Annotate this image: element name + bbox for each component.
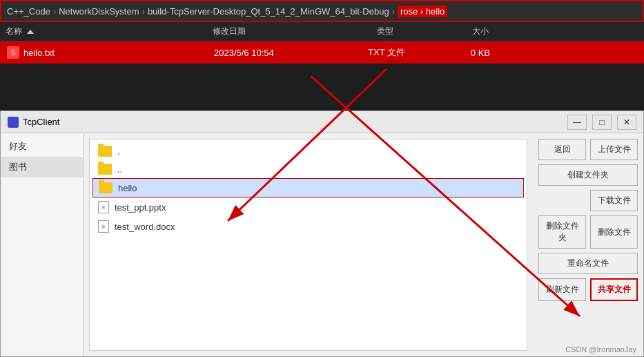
back-button[interactable]: 返回 bbox=[538, 139, 586, 160]
breadcrumb-path3: build-TcpServer-Desktop_Qt_5_14_2_MinGW_… bbox=[148, 6, 389, 17]
col-header-type: 类型 bbox=[337, 26, 433, 37]
folder-dot-icon bbox=[98, 146, 112, 157]
file-type-cell: TXT 文件 bbox=[338, 46, 435, 59]
file-word-icon: ≡ bbox=[98, 220, 109, 233]
browser-item-word-label: test_word.docx bbox=[115, 222, 175, 232]
tcp-client-window: TcpClient — □ ✕ 好友 图书 . .. bbox=[0, 110, 644, 357]
browser-item-ppt-label: test_ppt.pptx bbox=[115, 202, 166, 213]
browser-item-dot[interactable]: . bbox=[92, 142, 524, 160]
tcp-sidebar: 好友 图书 bbox=[1, 133, 84, 356]
file-list-header: 名称 修改日期 类型 大小 bbox=[0, 22, 644, 41]
breadcrumb-path: C++_Code bbox=[7, 6, 50, 17]
file-type-icon: S bbox=[7, 46, 19, 59]
file-row[interactable]: S hello.txt 2023/5/6 10:54 TXT 文件 0 KB bbox=[0, 41, 644, 64]
close-button[interactable]: ✕ bbox=[617, 115, 636, 130]
refresh-button[interactable]: 刷新文件 bbox=[538, 278, 586, 301]
file-name-cell: S hello.txt bbox=[7, 46, 214, 59]
col-header-name: 名称 bbox=[6, 26, 213, 37]
sep1: › bbox=[53, 6, 56, 17]
rename-button[interactable]: 重命名文件 bbox=[538, 253, 638, 274]
browser-item-ppt[interactable]: ≡ test_ppt.pptx bbox=[92, 197, 524, 217]
sep2: › bbox=[142, 6, 145, 17]
maximize-button[interactable]: □ bbox=[592, 115, 612, 130]
breadcrumb: C++_Code › NetworkDiskSystem › build-Tcp… bbox=[0, 0, 644, 22]
folder-hello-icon bbox=[99, 182, 113, 193]
breadcrumb-highlight: rose › hello bbox=[398, 6, 447, 17]
titlebar-controls: — □ ✕ bbox=[567, 115, 636, 130]
delete-folder-button[interactable]: 删除文件夹 bbox=[538, 215, 586, 249]
file-browser[interactable]: . .. hello ≡ test_ppt.pptx ≡ test_word.d… bbox=[89, 139, 527, 351]
share-button[interactable]: 共享文件 bbox=[590, 278, 638, 301]
button-panel: 返回 上传文件 创建文件夹 下载文件 删除文件夹 删除文件 重命名文件 刷新文件… bbox=[533, 133, 643, 356]
sidebar-item-friends[interactable]: 好友 bbox=[1, 136, 83, 157]
create-folder-button[interactable]: 创建文件夹 bbox=[538, 164, 638, 186]
browser-item-dotdot-label: .. bbox=[117, 164, 122, 175]
delete-file-button[interactable]: 删除文件 bbox=[590, 215, 638, 249]
sep3: › bbox=[392, 6, 395, 17]
folder-dotdot-icon bbox=[98, 164, 112, 175]
tcp-window-title: TcpClient bbox=[23, 117, 59, 127]
col-header-date: 修改日期 bbox=[213, 26, 337, 37]
sort-arrow-icon bbox=[27, 30, 34, 34]
file-ppt-icon: ≡ bbox=[98, 201, 109, 213]
breadcrumb-path2: NetworkDiskSystem bbox=[59, 6, 139, 17]
file-name: hello.txt bbox=[23, 48, 55, 58]
file-date-cell: 2023/5/6 10:54 bbox=[214, 48, 338, 58]
tcp-app-icon bbox=[8, 117, 19, 128]
file-size-cell: 0 KB bbox=[435, 48, 490, 58]
tcp-titlebar: TcpClient — □ ✕ bbox=[1, 111, 643, 133]
browser-item-hello-label: hello bbox=[118, 183, 137, 193]
browser-item-dot-label: . bbox=[117, 146, 120, 157]
sidebar-item-books[interactable]: 图书 bbox=[1, 157, 83, 177]
browser-item-word[interactable]: ≡ test_word.docx bbox=[92, 217, 524, 236]
csdn-watermark: CSDN @IronmanJay bbox=[565, 345, 636, 354]
col-header-size: 大小 bbox=[433, 26, 489, 37]
download-button[interactable]: 下载文件 bbox=[590, 190, 638, 211]
minimize-button[interactable]: — bbox=[567, 115, 587, 130]
upload-button[interactable]: 上传文件 bbox=[590, 139, 638, 160]
file-explorer-top: C++_Code › NetworkDiskSystem › build-Tcp… bbox=[0, 0, 644, 100]
browser-item-hello[interactable]: hello bbox=[92, 178, 524, 197]
browser-item-dotdot[interactable]: .. bbox=[92, 160, 524, 178]
tcp-body: 好友 图书 . .. hello ≡ test_ppt.pptx bbox=[1, 133, 643, 356]
